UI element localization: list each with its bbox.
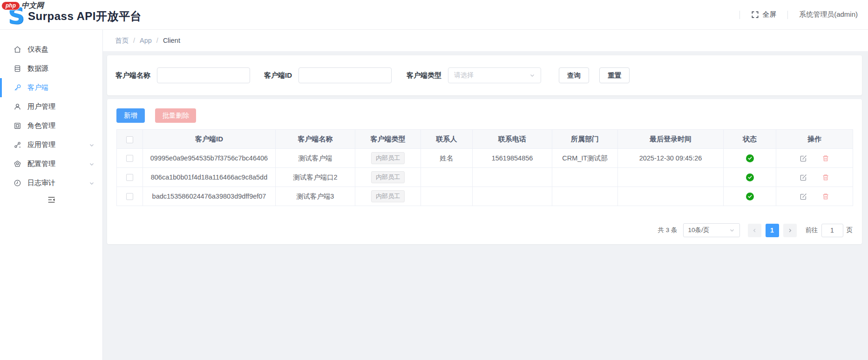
- filter-panel: 客户端名称 客户端ID 客户端类型 请选择 查询 重置: [107, 55, 862, 95]
- row-checkbox[interactable]: [126, 174, 133, 181]
- table-row: 806ca1b0b01f4d18a116466ac9c8a5dd 测试客户端口2…: [117, 168, 853, 187]
- main-content: 首页 / App / Client 客户端名称 客户端ID 客户端类型 请选择 …: [103, 30, 868, 360]
- edit-icon[interactable]: [800, 193, 807, 200]
- col-department: 所属部门: [552, 130, 618, 149]
- sidebar-item-dashboard[interactable]: 仪表盘: [0, 40, 102, 59]
- app-icon: [14, 141, 21, 149]
- sidebar-item-label: 数据源: [27, 64, 48, 73]
- sidebar-item-label: 日志审计: [27, 179, 55, 187]
- col-status: 状态: [724, 130, 776, 149]
- sidebar-item-client[interactable]: 客户端: [0, 78, 102, 97]
- sidebar-item-label: 仪表盘: [27, 45, 48, 54]
- sidebar-item-datasource[interactable]: 数据源: [0, 59, 102, 78]
- client-name-label: 客户端名称: [115, 71, 150, 80]
- client-table: 客户端ID 客户端名称 客户端类型 联系人 联系电话 所属部门 最后登录时间 状…: [116, 129, 853, 206]
- chevron-down-icon: [89, 180, 95, 186]
- fullscreen-button[interactable]: 全屏: [751, 10, 776, 19]
- config-icon: [14, 160, 21, 168]
- page-1-button[interactable]: 1: [766, 224, 779, 237]
- sidebar-item-label: 配置管理: [27, 160, 55, 168]
- col-actions: 操作: [776, 130, 853, 149]
- table-header-row: 客户端ID 客户端名称 客户端类型 联系人 联系电话 所属部门 最后登录时间 状…: [117, 130, 853, 149]
- user-icon: [14, 103, 21, 111]
- reset-button[interactable]: 重置: [599, 67, 630, 83]
- cell-contact: 姓名: [421, 149, 473, 168]
- key-icon: [14, 84, 21, 92]
- sidebar-item-config[interactable]: 配置管理: [0, 154, 102, 173]
- select-placeholder: 请选择: [454, 71, 474, 80]
- chevron-down-icon: [89, 142, 95, 148]
- client-id-label: 客户端ID: [264, 71, 292, 80]
- sidebar-menu: 仪表盘 数据源 客户端: [0, 30, 102, 204]
- sidebar-item-label: 应用管理: [27, 140, 55, 149]
- breadcrumb-home[interactable]: 首页: [115, 36, 129, 45]
- clock-icon: [14, 179, 21, 187]
- sidebar-item-roles[interactable]: 角色管理: [0, 116, 102, 135]
- client-name-input[interactable]: [157, 67, 250, 83]
- fullscreen-label: 全屏: [762, 10, 776, 19]
- app-header: S Surpass API开放平台 全屏 系统管理员(admin): [0, 0, 868, 30]
- goto-label: 前往: [806, 226, 818, 234]
- php-site-name: 中文网: [21, 1, 44, 11]
- table-toolbar: 新增 批量删除: [116, 108, 853, 123]
- home-icon: [14, 46, 21, 53]
- header-divider: [739, 11, 740, 19]
- cell-phone: [473, 187, 552, 206]
- app-window: php 中文网 S Surpass API开放平台 全屏 系统管理员(admin…: [0, 0, 868, 360]
- row-checkbox[interactable]: [126, 155, 133, 162]
- cell-client-id: badc153586024476a39803d9dff9ef07: [143, 187, 276, 206]
- select-all-checkbox[interactable]: [126, 136, 133, 143]
- client-table-panel: 新增 批量删除 客户端ID 客户端名称 客户端类型: [107, 99, 862, 244]
- cell-department: [552, 168, 618, 187]
- user-menu[interactable]: 系统管理员(admin): [799, 10, 858, 19]
- delete-icon[interactable]: [822, 193, 829, 200]
- chevron-down-icon: [89, 161, 95, 167]
- fullscreen-icon: [751, 11, 759, 19]
- cell-client-name: 测试客户端3: [276, 187, 355, 206]
- goto-page-input[interactable]: [821, 224, 843, 237]
- page-size-select[interactable]: 10条/页: [683, 223, 740, 237]
- cell-client-id: 806ca1b0b01f4d18a116466ac9c8a5dd: [143, 168, 276, 187]
- edit-icon[interactable]: [800, 154, 807, 162]
- breadcrumb-app[interactable]: App: [140, 37, 152, 44]
- fold-icon: [47, 195, 56, 204]
- table-row: 09995e0a9e954535b7f3756c7bc46406 测试客户端 内…: [117, 149, 853, 168]
- prev-page-button[interactable]: [748, 224, 761, 237]
- batch-delete-button[interactable]: 批量删除: [155, 108, 196, 123]
- delete-icon[interactable]: [822, 154, 829, 162]
- cell-client-id: 09995e0a9e954535b7f3756c7bc46406: [143, 149, 276, 168]
- delete-icon[interactable]: [822, 173, 829, 181]
- client-type-tag: 内部员工: [371, 171, 405, 183]
- client-id-input[interactable]: [298, 67, 392, 83]
- sidebar-item-users[interactable]: 用户管理: [0, 97, 102, 116]
- cell-department: CRM_IT测试部: [552, 149, 618, 168]
- pagination-total: 共 3 条: [658, 226, 677, 234]
- next-page-button[interactable]: [783, 224, 797, 237]
- breadcrumb-separator: /: [133, 37, 135, 44]
- sidebar-collapse-button[interactable]: [0, 195, 102, 204]
- edit-icon[interactable]: [800, 173, 807, 181]
- table-row: badc153586024476a39803d9dff9ef07 测试客户端3 …: [117, 187, 853, 206]
- sidebar-item-audit[interactable]: 日志审计: [0, 173, 102, 193]
- sidebar-item-apps[interactable]: 应用管理: [0, 135, 102, 154]
- breadcrumb-separator: /: [156, 37, 158, 44]
- query-button[interactable]: 查询: [559, 67, 589, 83]
- chevron-down-icon: [529, 73, 535, 78]
- page-title: Surpass API开放平台: [28, 9, 142, 24]
- role-icon: [14, 122, 21, 130]
- breadcrumb-current: Client: [163, 37, 180, 44]
- content-area: 客户端名称 客户端ID 客户端类型 请选择 查询 重置 新增 批量删除: [103, 51, 868, 244]
- cell-last-login: [618, 168, 724, 187]
- col-client-type: 客户端类型: [355, 130, 421, 149]
- add-button[interactable]: 新增: [116, 108, 145, 123]
- cell-client-name: 测试客户端口2: [276, 168, 355, 187]
- client-type-tag: 内部员工: [371, 190, 405, 202]
- col-contact: 联系人: [421, 130, 473, 149]
- row-checkbox[interactable]: [126, 193, 133, 200]
- client-type-select[interactable]: 请选择: [448, 67, 541, 83]
- col-last-login: 最后登录时间: [618, 130, 724, 149]
- header-actions: 全屏 系统管理员(admin): [728, 10, 868, 19]
- page-unit-label: 页: [847, 226, 853, 234]
- cell-contact: [421, 168, 473, 187]
- sidebar-item-label: 用户管理: [27, 102, 55, 111]
